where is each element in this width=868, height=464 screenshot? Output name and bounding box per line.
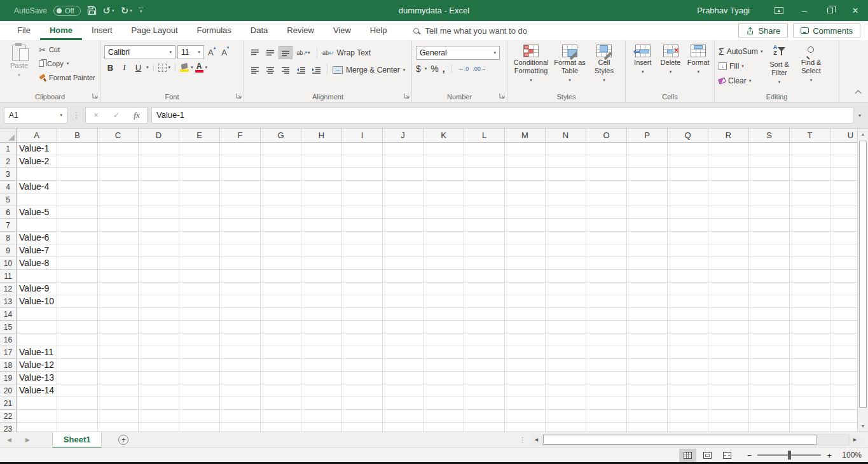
- cell-D22[interactable]: [139, 410, 179, 423]
- cell-U18[interactable]: [830, 359, 857, 372]
- cell-H13[interactable]: [301, 295, 342, 308]
- sheet-tab-sheet1[interactable]: Sheet1: [52, 432, 102, 448]
- cell-R11[interactable]: [708, 270, 749, 283]
- cell-T1[interactable]: [790, 143, 830, 155]
- cell-D21[interactable]: [139, 397, 179, 410]
- cell-I12[interactable]: [342, 283, 383, 295]
- row-header-3[interactable]: 3: [0, 168, 17, 181]
- cell-O18[interactable]: [586, 359, 627, 372]
- cell-T8[interactable]: [790, 232, 830, 244]
- column-header-D[interactable]: D: [139, 129, 179, 143]
- cell-U12[interactable]: [830, 283, 857, 295]
- cell-S20[interactable]: [749, 384, 790, 397]
- insert-function-button[interactable]: fx: [127, 110, 147, 120]
- cell-P9[interactable]: [627, 244, 668, 257]
- cell-C7[interactable]: [98, 219, 139, 232]
- cell-O19[interactable]: [586, 372, 627, 384]
- cell-D18[interactable]: [139, 359, 179, 372]
- cell-E6[interactable]: [179, 206, 220, 219]
- cell-L17[interactable]: [464, 346, 505, 359]
- cell-S15[interactable]: [749, 321, 790, 334]
- select-all-button[interactable]: [0, 129, 17, 143]
- cell-C14[interactable]: [98, 308, 139, 321]
- cell-S23[interactable]: [749, 423, 790, 432]
- scroll-right-icon[interactable]: ▶: [850, 434, 860, 446]
- cell-G22[interactable]: [261, 410, 301, 423]
- cell-N21[interactable]: [546, 397, 586, 410]
- cell-L10[interactable]: [464, 257, 505, 270]
- cell-D10[interactable]: [139, 257, 179, 270]
- cell-E8[interactable]: [179, 232, 220, 244]
- cell-L5[interactable]: [464, 193, 505, 206]
- name-box-dropdown-icon[interactable]: ▾: [60, 113, 62, 118]
- cell-A22[interactable]: [17, 410, 57, 423]
- cell-P17[interactable]: [627, 346, 668, 359]
- increase-font-size-button[interactable]: A▴: [206, 48, 217, 57]
- cell-U1[interactable]: [830, 143, 857, 155]
- autosave-toggle[interactable]: Off: [53, 6, 80, 16]
- cell-M1[interactable]: [505, 143, 546, 155]
- decrease-indent-button[interactable]: [294, 63, 308, 76]
- cell-L18[interactable]: [464, 359, 505, 372]
- cell-I10[interactable]: [342, 257, 383, 270]
- cell-R12[interactable]: [708, 283, 749, 295]
- column-header-I[interactable]: I: [342, 129, 383, 143]
- column-header-C[interactable]: C: [98, 129, 139, 143]
- cell-S8[interactable]: [749, 232, 790, 244]
- column-header-R[interactable]: R: [708, 129, 749, 143]
- tab-data[interactable]: Data: [241, 21, 277, 40]
- cell-A13[interactable]: Value-10: [17, 295, 57, 308]
- cell-C17[interactable]: [98, 346, 139, 359]
- cell-F18[interactable]: [220, 359, 261, 372]
- cell-N14[interactable]: [546, 308, 586, 321]
- cell-N15[interactable]: [546, 321, 586, 334]
- cell-T7[interactable]: [790, 219, 830, 232]
- cell-U15[interactable]: [830, 321, 857, 334]
- cell-A15[interactable]: [17, 321, 57, 334]
- cell-T20[interactable]: [790, 384, 830, 397]
- cell-L2[interactable]: [464, 155, 505, 168]
- format-as-table-button[interactable]: Format as Table ▾: [552, 43, 588, 92]
- cell-I16[interactable]: [342, 334, 383, 346]
- cell-A2[interactable]: Value-2: [17, 155, 57, 168]
- cell-S21[interactable]: [749, 397, 790, 410]
- cell-T12[interactable]: [790, 283, 830, 295]
- cell-L19[interactable]: [464, 372, 505, 384]
- cell-G3[interactable]: [261, 168, 301, 181]
- cell-Q10[interactable]: [668, 257, 708, 270]
- cell-H21[interactable]: [301, 397, 342, 410]
- cell-F5[interactable]: [220, 193, 261, 206]
- cell-B4[interactable]: [57, 181, 98, 193]
- cell-D11[interactable]: [139, 270, 179, 283]
- cell-K14[interactable]: [424, 308, 464, 321]
- column-header-B[interactable]: B: [57, 129, 98, 143]
- cell-P11[interactable]: [627, 270, 668, 283]
- clear-button[interactable]: Clear ▾: [719, 74, 763, 87]
- increase-decimal-button[interactable]: ←.0: [458, 66, 469, 72]
- cell-K10[interactable]: [424, 257, 464, 270]
- cell-A21[interactable]: [17, 397, 57, 410]
- cell-M23[interactable]: [505, 423, 546, 432]
- cell-N10[interactable]: [546, 257, 586, 270]
- cell-H12[interactable]: [301, 283, 342, 295]
- cell-O7[interactable]: [586, 219, 627, 232]
- cell-B13[interactable]: [57, 295, 98, 308]
- cell-U14[interactable]: [830, 308, 857, 321]
- row-header-8[interactable]: 8: [0, 232, 17, 244]
- cell-B17[interactable]: [57, 346, 98, 359]
- row-header-7[interactable]: 7: [0, 219, 17, 232]
- row-header-17[interactable]: 17: [0, 346, 17, 359]
- cell-L3[interactable]: [464, 168, 505, 181]
- cell-N3[interactable]: [546, 168, 586, 181]
- cell-Q21[interactable]: [668, 397, 708, 410]
- cell-M9[interactable]: [505, 244, 546, 257]
- cell-N16[interactable]: [546, 334, 586, 346]
- row-header-1[interactable]: 1: [0, 143, 17, 155]
- cell-N19[interactable]: [546, 372, 586, 384]
- cell-R17[interactable]: [708, 346, 749, 359]
- horizontal-scrollbar[interactable]: ◀ ▶: [531, 434, 860, 446]
- cell-N9[interactable]: [546, 244, 586, 257]
- cell-Q6[interactable]: [668, 206, 708, 219]
- cell-A14[interactable]: [17, 308, 57, 321]
- cell-C15[interactable]: [98, 321, 139, 334]
